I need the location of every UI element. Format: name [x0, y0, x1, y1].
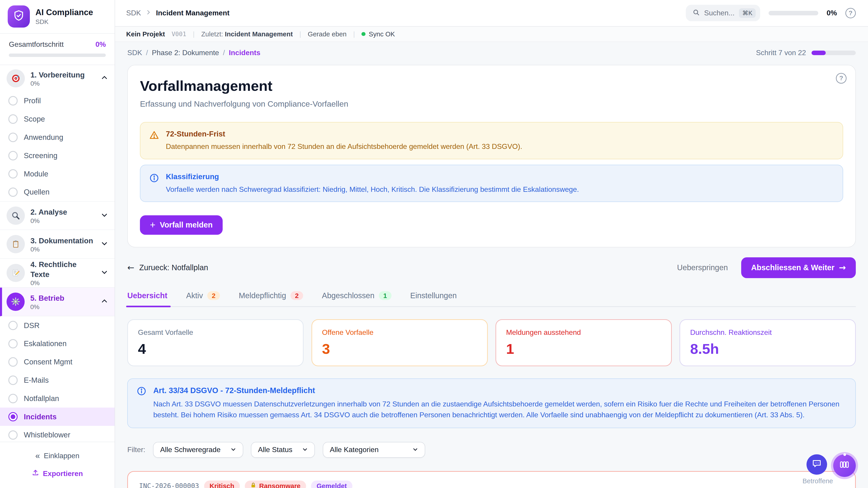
status-bar: Kein Projekt V001 | Zuletzt: Incident Ma…	[115, 27, 868, 42]
sidebar-item-dsr[interactable]: DSR	[0, 316, 115, 335]
warning-text: 72-Stunden-Frist Datenpannen muessen inn…	[166, 130, 522, 152]
section-pct: 0%	[31, 246, 93, 253]
stat-value: 4	[138, 340, 293, 357]
overall-progress: Gesamtfortschritt 0%	[0, 34, 115, 65]
topbar-progress-bar	[769, 11, 818, 15]
target-icon	[6, 69, 25, 88]
main-area: SDK Incident Management Suchen... ⌘K 0% …	[115, 0, 868, 488]
sidebar-item-whistleblower[interactable]: Whistleblower	[0, 426, 115, 442]
sidebar-item-notfallplan[interactable]: Notfallplan	[0, 389, 115, 408]
report-incident-button[interactable]: + Vorfall melden	[140, 215, 223, 235]
topbar-breadcrumb-root[interactable]: SDK	[126, 9, 141, 17]
chevron-down-icon	[101, 239, 108, 249]
warning-triangle-icon	[149, 130, 159, 152]
topbar-progress-value: 0%	[827, 9, 837, 17]
sidebar-item-scope[interactable]: Scope	[0, 110, 115, 128]
sidebar-item-emails[interactable]: E-Mails	[0, 371, 115, 390]
sidebar-section-vorbereitung[interactable]: 1. Vorbereitung 0%	[0, 65, 115, 92]
search-placeholder: Suchen...	[704, 9, 735, 17]
info-title: Klassifizierung	[166, 172, 579, 181]
radio-icon	[8, 133, 18, 142]
severity-filter-select[interactable]: Alle Schweregrade	[153, 442, 243, 458]
sync-status-label: Sync OK	[369, 30, 395, 38]
stat-label: Meldungen ausstehend	[506, 328, 661, 337]
breadcrumb: SDK / Phase 2: Dokumente / Incidents Sch…	[127, 48, 856, 57]
stat-card-open: Offene Vorfaelle 3	[311, 319, 488, 366]
incident-meta-row: INC-2026-000003 Kritisch Ransomware Geme…	[139, 481, 844, 488]
sidebar-item-consent-mgmt[interactable]: Consent Mgmt	[0, 353, 115, 371]
breadcrumb-separator: /	[223, 48, 225, 57]
back-label: Zurueck: Notfallplan	[139, 263, 208, 272]
radio-icon	[8, 394, 18, 403]
plus-icon: +	[150, 220, 155, 230]
classification-info-alert: Klassifizierung Vorfaelle werden nach Sc…	[140, 165, 843, 202]
breadcrumb-separator: /	[146, 48, 148, 57]
category-filter-select[interactable]: Alle Kategorien	[323, 442, 425, 458]
radio-icon	[8, 376, 18, 385]
stat-cards: Gesamt Vorfaelle 4 Offene Vorfaelle 3 Me…	[127, 319, 856, 366]
breadcrumb-sdk[interactable]: SDK	[127, 48, 142, 57]
severity-badge-label: Kritisch	[210, 482, 234, 488]
section-text: 2. Analyse 0%	[31, 207, 67, 224]
sidebar-section-dokumentation[interactable]: 3. Dokumentation 0%	[0, 230, 115, 259]
tab-uebersicht[interactable]: Uebersicht	[127, 291, 167, 306]
incident-card[interactable]: INC-2026-000003 Kritisch Ransomware Geme…	[127, 471, 856, 488]
stat-card-total: Gesamt Vorfaelle 4	[127, 319, 304, 366]
project-version: V001	[172, 31, 186, 37]
sidebar-section-rechtliche-texte[interactable]: 4. Rechtliche Texte 0%	[0, 259, 115, 287]
sidebar-item-profil[interactable]: Profil	[0, 92, 115, 110]
sidebar-item-module[interactable]: Module	[0, 165, 115, 183]
app-org: SDK	[35, 18, 93, 26]
app-root: AI Compliance SDK Gesamtfortschritt 0% 1…	[0, 0, 868, 488]
status-filter-select[interactable]: Alle Status	[251, 442, 315, 458]
last-visited: Zuletzt: Incident Management	[201, 30, 293, 38]
radio-icon	[8, 430, 18, 440]
sidebar-item-screening[interactable]: Screening	[0, 147, 115, 165]
radio-icon	[8, 114, 18, 124]
sidebar-item-anwendung[interactable]: Anwendung	[0, 128, 115, 147]
complete-next-button[interactable]: Abschliessen & Weiter →	[741, 257, 856, 278]
search-shortcut-kbd: ⌘K	[739, 8, 756, 18]
sidebar-item-quellen[interactable]: Quellen	[0, 183, 115, 201]
collapse-sidebar-button[interactable]: « Einklappen	[0, 447, 115, 465]
chat-bubble-icon	[811, 458, 822, 471]
columns-icon	[839, 459, 850, 472]
tab-abgeschlossen[interactable]: Abgeschlossen1	[322, 291, 391, 306]
incident-management-card: ? Vorfallmanagement Erfassung und Nachve…	[127, 65, 856, 248]
section-label: 2. Analyse	[31, 208, 67, 216]
radio-icon	[8, 96, 18, 105]
topbar-right: Suchen... ⌘K 0% ?	[686, 5, 856, 21]
tab-meldepflichtig[interactable]: Meldepflichtig2	[239, 291, 303, 306]
breadcrumb-phase[interactable]: Phase 2: Dokumente	[152, 48, 219, 57]
tab-label: Aktiv	[186, 291, 203, 300]
tab-einstellungen[interactable]: Einstellungen	[410, 291, 457, 306]
help-icon[interactable]: ?	[836, 73, 846, 84]
board-view-fab-button[interactable]	[833, 454, 856, 477]
sidebar-item-label: Profil	[24, 96, 41, 105]
chevron-down-icon	[230, 446, 236, 454]
chat-fab-button[interactable]	[807, 454, 827, 475]
skip-button[interactable]: Ueberspringen	[677, 263, 728, 272]
sidebar-section-analyse[interactable]: 2. Analyse 0%	[0, 201, 115, 230]
wizard-nav-row: ← Zurueck: Notfallplan Ueberspringen Abs…	[127, 257, 856, 278]
help-icon[interactable]: ?	[845, 8, 856, 19]
info-body: Vorfaelle werden nach Schweregrad klassi…	[166, 184, 579, 195]
back-link[interactable]: ← Zurueck: Notfallplan	[127, 263, 208, 272]
info-circle-icon	[149, 173, 159, 195]
info-circle-icon	[136, 386, 147, 420]
category-filter-value: Alle Kategorien	[330, 446, 379, 454]
sidebar-item-eskalationen[interactable]: Eskalationen	[0, 335, 115, 353]
section-text: 3. Dokumentation 0%	[31, 235, 93, 253]
search-input[interactable]: Suchen... ⌘K	[686, 5, 760, 21]
stat-card-avg-reaction: Durchschn. Reaktionszeit 8.5h	[680, 319, 856, 366]
tab-aktiv[interactable]: Aktiv2	[186, 291, 220, 306]
sidebar-item-incidents[interactable]: Incidents	[0, 408, 115, 426]
sidebar-section-betrieb[interactable]: 5. Betrieb 0%	[0, 288, 115, 316]
status-filter-value: Alle Status	[258, 446, 292, 454]
severity-badge: Kritisch	[204, 481, 240, 488]
section-pct: 0%	[30, 303, 64, 311]
memo-pencil-icon	[6, 264, 25, 282]
warning-title: 72-Stunden-Frist	[166, 130, 522, 138]
magnifier-icon	[6, 206, 25, 225]
export-button[interactable]: Exportieren	[0, 465, 115, 482]
